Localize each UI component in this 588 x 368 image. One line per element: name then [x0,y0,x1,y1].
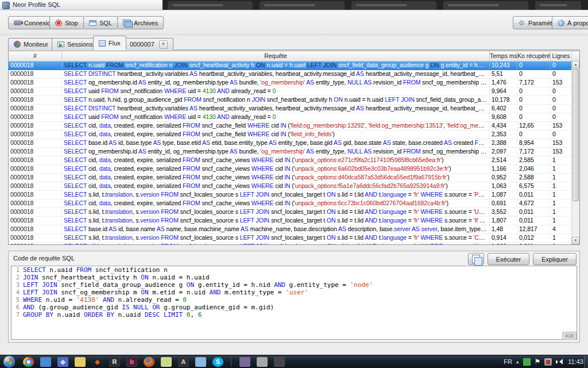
table-row[interactable]: 0000018SELECT s.lid, t.translation, s.ve… [9,243,579,245]
lignes-cell: 153 [551,139,572,147]
flag-icon[interactable]: ⚑ [535,358,541,366]
tab-sessions[interactable]: Sessions [52,38,99,50]
scroll-down-icon[interactable]: ▼ [572,237,579,244]
stop-button[interactable]: Stop [49,16,84,29]
table-row[interactable]: 0000018SELECT og_membership.id AS entity… [9,148,579,156]
gray-app-icon[interactable] [257,357,268,367]
copy-button[interactable] [468,253,484,265]
quicklaunch-diamond-icon[interactable]: ◆ [92,357,103,367]
table-body: 0000018SELECT n.uaid FROM sncf_notificat… [9,62,579,245]
background-browser-tab[interactable] [443,1,528,10]
background-browser-tab[interactable] [168,1,253,10]
temps-cell: 1,063 [490,182,517,190]
table-row[interactable]: 0000018SELECT cid, data, created, expire… [9,174,579,182]
green-app-icon[interactable] [523,358,531,366]
background-browser-tab[interactable] [351,1,436,10]
lignes-cell: 0 [551,62,572,70]
ko-cell: 8,954 [517,139,551,147]
start-button[interactable] [3,356,15,367]
chrome-icon[interactable] [23,357,34,367]
table-row[interactable]: 0000018SELECT n.uaid, h.nid, g.group_aud… [9,96,579,105]
column-header-ko[interactable]: Ko récupérés [517,51,551,61]
b-app-icon[interactable]: b [126,357,137,367]
r-app-icon[interactable]: R [109,357,120,367]
column-header-requete[interactable]: Requête [62,51,490,61]
table-row[interactable]: 0000018SELECT og_membership.id AS entity… [9,79,579,87]
dark-app-icon[interactable] [274,357,285,367]
table-row[interactable]: 0000018SELECT cid, data, created, expire… [9,156,579,165]
purple-app-icon[interactable] [239,357,250,367]
archives-button[interactable]: Archives [117,16,164,29]
close-icon[interactable]: × [159,40,168,49]
ko-cell: 0,011 [517,243,551,245]
code-line: 7GROUP BY n.uaid ORDER BY n.uaid DESC LI… [11,311,577,319]
volume-icon[interactable] [556,358,564,366]
blue-cube-icon[interactable]: ◆ [57,357,68,367]
executer-button[interactable]: Exécuter [488,253,529,265]
language-indicator[interactable]: FR [504,358,512,365]
skype-icon[interactable]: S [212,357,223,367]
background-browser-tabstrip [163,0,588,10]
table-row[interactable]: 0000018SELECT s.lid, t.translation, s.ve… [9,191,579,200]
tab-0000007[interactable]: 0000007 × [124,38,173,50]
expliquer-button[interactable]: Expliquer [533,253,577,265]
ko-cell: 12,817 [517,225,551,233]
scrollbar-thumb[interactable] [572,69,579,201]
sql-button[interactable]: SQL [83,16,118,29]
temps-cell: 9,964 [490,87,517,95]
security-icon[interactable] [544,358,552,366]
a-propos-button[interactable]: i À propos [552,16,588,29]
blue-sphere-icon[interactable] [40,357,51,367]
show-desktop-button[interactable] [584,355,588,368]
table-row[interactable]: 0000018SELECT cid, data, created, expire… [9,122,579,131]
table-row[interactable]: 0000018SELECT cid, data, created, expire… [9,165,579,174]
ko-cell: 0 [517,87,551,95]
lignes-cell: 1 [551,182,572,190]
sql-code-editor[interactable]: 1SELECT n.uaid FROM sncf_notification n2… [11,266,577,340]
table-row[interactable]: 0000018SELECT s.lid, t.translation, s.ve… [9,217,579,225]
vertical-scrollbar[interactable]: ▲ ▼ [571,61,579,244]
query-cell: SELECT s.lid, t.translation, s.version F… [62,191,490,199]
hidden-icons-chevron[interactable]: ▴ [516,359,519,365]
firefox-icon[interactable] [144,357,154,367]
lignes-cell: 0 [551,105,572,113]
a-app-icon[interactable]: A [178,357,189,367]
scroll-up-icon[interactable]: ▲ [572,61,579,68]
code-line: 6AND (g.group_audience_gid IS NULL OR g.… [11,304,577,311]
explorer-icon[interactable] [75,357,86,367]
table-row[interactable]: 0000018SELECT base.id AS id, base.name A… [9,225,579,234]
query-id-cell: 0000018 [9,105,62,113]
tab-moniteur[interactable]: Moniteur [8,38,54,50]
table-row[interactable]: 0000018SELECT s.lid, t.translation, s.ve… [9,234,579,243]
lignes-cell: 4 [551,225,572,233]
temps-cell: 1,166 [490,165,517,173]
table-row[interactable]: 0000018SELECT cid, data, created, expire… [9,182,579,191]
table-row[interactable]: 0000018SELECT n.uaid FROM sncf_notificat… [9,62,579,70]
row-count-badge: 418 [562,332,577,340]
table-row[interactable]: 0000018SELECT cid, data, created, expire… [9,200,579,208]
table-row[interactable]: 0000018SELECT cid, data, created, expire… [9,131,579,139]
column-header-temps[interactable]: Temps ms [490,51,517,61]
table-row[interactable]: 0000018SELECT DISTINCT heartbeat_activit… [9,70,579,79]
ko-cell: 4,672 [517,200,551,208]
table-row[interactable]: 0000018SELECT uaid FROM sncf_notificatio… [9,113,579,122]
temps-cell: 6,402 [490,105,517,113]
table-row[interactable]: 0000018SELECT s.lid, t.translation, s.ve… [9,208,579,217]
notes-app-icon[interactable] [161,357,172,367]
ko-cell: 0,011 [517,191,551,199]
table-row[interactable]: 0000018SELECT DISTINCT heartbeat_activit… [9,105,579,113]
temps-cell: 1,476 [490,79,517,87]
tabstrip: Moniteur Sessions Flux 0000007 × [0,35,588,50]
table-row[interactable]: 0000018SELECT uaid FROM sncf_notificatio… [9,87,579,96]
table-row[interactable]: 0000018SELECT base.id AS id, base.type A… [9,139,579,148]
background-browser-tab[interactable] [260,1,345,10]
taskbar: ◆◆RbAS FR ▴ ⚑ 11:43 [0,355,588,368]
temps-cell: 5,51 [490,70,517,78]
column-header-lignes[interactable]: Lignes [551,51,572,61]
query-id-cell: 0000018 [9,131,62,139]
clock[interactable]: 11:43 [568,358,583,365]
messenger-app-icon[interactable] [195,357,206,367]
tab-flux[interactable]: Flux [93,36,126,50]
background-browser-tab[interactable] [535,1,581,10]
column-header-number[interactable]: # [9,51,62,61]
